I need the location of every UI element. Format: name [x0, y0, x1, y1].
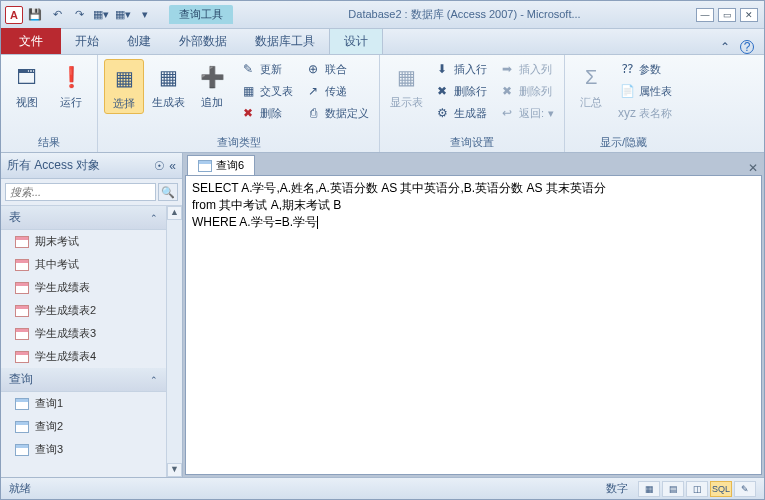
nav-table-item[interactable]: 学生成绩表4 [1, 345, 166, 368]
builder-button[interactable]: ⚙生成器 [430, 103, 491, 123]
close-button[interactable]: ✕ [740, 8, 758, 22]
update-button[interactable]: ✎更新 [236, 59, 297, 79]
nav-section-tables[interactable]: 表⌃ [1, 206, 166, 230]
tablenames-icon: xyz [619, 105, 635, 121]
restore-button[interactable]: ▭ [718, 8, 736, 22]
view-datasheet-button[interactable]: ▦ [638, 481, 660, 497]
app-icon[interactable]: A [5, 6, 23, 24]
nav-table-item[interactable]: 期末考试 [1, 230, 166, 253]
builder-icon: ⚙ [434, 105, 450, 121]
nav-section-queries[interactable]: 查询⌃ [1, 368, 166, 392]
tablenames-button[interactable]: xyz表名称 [615, 103, 676, 123]
chevron-up-icon: ⌃ [150, 375, 158, 385]
return-button[interactable]: ↩返回: ▾ [495, 103, 558, 123]
view-button[interactable]: 🗔视图 [7, 59, 47, 112]
nav-query-item[interactable]: 查询2 [1, 415, 166, 438]
query-icon [15, 398, 29, 410]
delete-icon: ✖ [240, 105, 256, 121]
minimize-button[interactable]: — [696, 8, 714, 22]
view-pivotchart-button[interactable]: ◫ [686, 481, 708, 497]
navigation-pane: 所有 Access 对象 ☉ « 🔍 表⌃ 期末考试 其中考试 学生成绩表 学生… [1, 153, 183, 477]
table-icon [15, 282, 29, 294]
sql-line: SELECT A.学号,A.姓名,A.英语分数 AS 其中英语分,B.英语分数 … [192, 181, 606, 195]
select-button[interactable]: ▦选择 [104, 59, 144, 114]
undo-icon[interactable]: ↶ [47, 5, 67, 25]
query-icon [15, 444, 29, 456]
insertcols-button[interactable]: ➡插入列 [495, 59, 558, 79]
help-icon[interactable]: ? [740, 40, 754, 54]
search-input[interactable] [5, 183, 156, 201]
insertrows-button[interactable]: ⬇插入行 [430, 59, 491, 79]
showtable-button[interactable]: ▦显示表 [386, 59, 426, 112]
nav-query-item[interactable]: 查询1 [1, 392, 166, 415]
save-icon[interactable]: 💾 [25, 5, 45, 25]
nav-scrollbar[interactable]: ▲ ▼ [166, 206, 182, 477]
nav-header-label: 所有 Access 对象 [7, 157, 100, 174]
query-icon [198, 160, 212, 172]
nav-table-item[interactable]: 学生成绩表3 [1, 322, 166, 345]
passthrough-button[interactable]: ↗传递 [301, 81, 373, 101]
delete-button[interactable]: ✖删除 [236, 103, 297, 123]
group-label-results: 结果 [7, 133, 91, 150]
nav-table-item[interactable]: 学生成绩表 [1, 276, 166, 299]
quick-access-toolbar: A 💾 ↶ ↷ ▦▾ ▦▾ ▾ [1, 5, 159, 25]
document-tab-row: 查询6 ✕ [183, 153, 764, 175]
nav-collapse-icon[interactable]: « [169, 159, 176, 173]
table-icon [15, 328, 29, 340]
propsheet-button[interactable]: 📄属性表 [615, 81, 676, 101]
status-mode: 数字 [606, 481, 628, 496]
deletecols-button[interactable]: ✖删除列 [495, 81, 558, 101]
nav-dropdown-icon[interactable]: ☉ [154, 159, 165, 173]
deleterows-button[interactable]: ✖删除行 [430, 81, 491, 101]
tab-home[interactable]: 开始 [61, 28, 113, 54]
file-tab[interactable]: 文件 [1, 28, 61, 54]
table-icon [15, 236, 29, 248]
context-tab-label: 查询工具 [169, 5, 233, 24]
close-tab-button[interactable]: ✕ [748, 161, 764, 175]
scroll-up-icon[interactable]: ▲ [167, 206, 182, 220]
redo-icon[interactable]: ↷ [69, 5, 89, 25]
crosstab-button[interactable]: ▦交叉表 [236, 81, 297, 101]
search-button[interactable]: 🔍 [158, 183, 178, 201]
totals-icon: Σ [575, 61, 607, 93]
run-button[interactable]: ❗运行 [51, 59, 91, 112]
maketable-button[interactable]: ▦生成表 [148, 59, 188, 112]
document-tab[interactable]: 查询6 [187, 155, 255, 175]
ribbon-group-querysetup: ▦显示表 ⬇插入行 ✖删除行 ⚙生成器 ➡插入列 ✖删除列 ↩返回: ▾ 查询设… [380, 55, 565, 152]
scroll-down-icon[interactable]: ▼ [167, 463, 182, 477]
params-button[interactable]: ⁇参数 [615, 59, 676, 79]
nav-table-item[interactable]: 其中考试 [1, 253, 166, 276]
ribbon-group-results: 🗔视图 ❗运行 结果 [1, 55, 98, 152]
window-title: Database2 : 数据库 (Access 2007) - Microsof… [233, 7, 696, 22]
ribbon-group-showhide: Σ汇总 ⁇参数 📄属性表 xyz表名称 显示/隐藏 [565, 55, 682, 152]
tab-create[interactable]: 创建 [113, 28, 165, 54]
union-button[interactable]: ⊕联合 [301, 59, 373, 79]
tab-dbtools[interactable]: 数据库工具 [241, 28, 329, 54]
deleterows-icon: ✖ [434, 83, 450, 99]
datadef-button[interactable]: ⎙数据定义 [301, 103, 373, 123]
view-pivottable-button[interactable]: ▤ [662, 481, 684, 497]
totals-button[interactable]: Σ汇总 [571, 59, 611, 112]
sql-editor[interactable]: SELECT A.学号,A.姓名,A.英语分数 AS 其中英语分,B.英语分数 … [185, 175, 762, 475]
minimize-ribbon-icon[interactable]: ⌃ [720, 40, 734, 54]
showtable-icon: ▦ [390, 61, 422, 93]
qat-dropdown-icon[interactable]: ▾ [135, 5, 155, 25]
view-sql-button[interactable]: SQL [710, 481, 732, 497]
tab-design[interactable]: 设计 [329, 28, 383, 54]
union-icon: ⊕ [305, 61, 321, 77]
ribbon-group-querytype: ▦选择 ▦生成表 ➕追加 ✎更新 ▦交叉表 ✖删除 ⊕联合 ↗传递 ⎙数据定义 … [98, 55, 380, 152]
view-design-button[interactable]: ✎ [734, 481, 756, 497]
group-label-querytype: 查询类型 [104, 133, 373, 150]
main-area: 查询6 ✕ SELECT A.学号,A.姓名,A.英语分数 AS 其中英语分,B… [183, 153, 764, 477]
table-icon [15, 305, 29, 317]
nav-header[interactable]: 所有 Access 对象 ☉ « [1, 153, 182, 179]
qat-btn-4[interactable]: ▦▾ [91, 5, 111, 25]
return-icon: ↩ [499, 105, 515, 121]
table-icon [15, 351, 29, 363]
nav-query-item[interactable]: 查询3 [1, 438, 166, 461]
nav-table-item[interactable]: 学生成绩表2 [1, 299, 166, 322]
tab-external[interactable]: 外部数据 [165, 28, 241, 54]
qat-btn-5[interactable]: ▦▾ [113, 5, 133, 25]
append-button[interactable]: ➕追加 [192, 59, 232, 112]
text-cursor [317, 216, 318, 229]
